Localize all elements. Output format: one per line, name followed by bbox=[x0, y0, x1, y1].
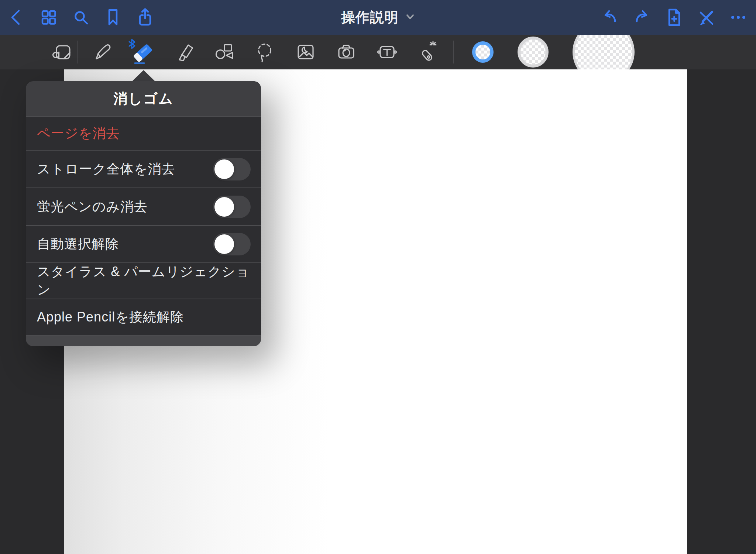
lasso-tool-button[interactable] bbox=[253, 40, 277, 64]
canvas-area[interactable]: 消しゴム ページを消去 ストローク全体を消去 蛍光ペンのみ消去 bbox=[0, 69, 756, 554]
auto-deselect-toggle[interactable] bbox=[213, 233, 251, 255]
popover-footer bbox=[26, 335, 261, 346]
menu-item-clear-page[interactable]: ページを消去 bbox=[26, 116, 261, 150]
menu-item-disconnect-apple-pencil[interactable]: Apple Pencilを接続解除 bbox=[26, 299, 261, 335]
search-button[interactable] bbox=[71, 7, 91, 28]
shapes-icon bbox=[212, 40, 236, 64]
image-icon bbox=[294, 40, 317, 64]
menu-item-stylus-palm-rejection[interactable]: スタイラス & パームリジェクション bbox=[26, 262, 261, 299]
zoom-window-tool-button[interactable] bbox=[50, 40, 74, 64]
redo-icon bbox=[632, 7, 652, 28]
zoom-window-icon bbox=[50, 40, 74, 64]
readonly-mode-button[interactable] bbox=[696, 7, 717, 28]
add-page-icon bbox=[664, 7, 684, 28]
more-button[interactable] bbox=[728, 7, 749, 28]
eraser-size-medium[interactable] bbox=[518, 37, 549, 68]
document-title-button[interactable]: 操作説明 bbox=[341, 0, 415, 35]
eraser-icon-selected bbox=[127, 37, 158, 68]
share-icon bbox=[135, 7, 155, 28]
app-screen: 操作説明 bbox=[0, 0, 756, 554]
toolbar-separator bbox=[77, 41, 78, 63]
image-tool-button[interactable] bbox=[294, 40, 317, 64]
popover-header: 消しゴム bbox=[26, 81, 261, 116]
tool-bar bbox=[0, 35, 756, 69]
shapes-tool-button[interactable] bbox=[212, 40, 236, 64]
menu-item-auto-deselect: 自動選択解除 bbox=[26, 225, 261, 262]
toggle-knob bbox=[214, 159, 234, 179]
more-icon bbox=[728, 7, 749, 28]
pen-tool-button[interactable] bbox=[91, 40, 114, 64]
pen-disabled-icon bbox=[696, 7, 717, 28]
highlighter-tool-button[interactable] bbox=[173, 40, 196, 64]
highlighter-icon bbox=[173, 40, 196, 64]
text-box-icon bbox=[375, 40, 399, 64]
back-icon bbox=[6, 7, 27, 28]
camera-icon bbox=[334, 40, 358, 64]
laser-pointer-icon bbox=[416, 40, 439, 64]
text-tool-button[interactable] bbox=[375, 40, 399, 64]
menu-item-erase-entire-stroke: ストローク全体を消去 bbox=[26, 150, 261, 187]
eraser-size-large[interactable] bbox=[573, 35, 635, 69]
bluetooth-icon bbox=[129, 39, 135, 48]
page-title: 操作説明 bbox=[341, 8, 399, 27]
thumbnails-button[interactable] bbox=[38, 7, 59, 28]
toggle-knob bbox=[214, 234, 234, 254]
toolbar-separator bbox=[453, 41, 454, 63]
thumbnails-grid-icon bbox=[38, 7, 59, 28]
search-icon bbox=[71, 7, 91, 28]
eraser-size-small-selected[interactable] bbox=[472, 41, 494, 63]
menu-item-erase-highlighter-only: 蛍光ペンのみ消去 bbox=[26, 187, 261, 225]
erase-highlighter-only-toggle[interactable] bbox=[213, 196, 251, 218]
popover-title: 消しゴム bbox=[113, 89, 173, 108]
undo-button[interactable] bbox=[599, 7, 620, 28]
camera-tool-button[interactable] bbox=[334, 40, 358, 64]
bookmark-button[interactable] bbox=[103, 7, 123, 28]
pen-icon bbox=[91, 40, 114, 64]
chevron-down-icon bbox=[405, 12, 415, 23]
eraser-tool-button[interactable] bbox=[127, 37, 158, 68]
topbar-right-group bbox=[599, 7, 749, 28]
undo-icon bbox=[599, 7, 620, 28]
erase-entire-stroke-toggle[interactable] bbox=[213, 158, 251, 180]
toggle-knob bbox=[214, 197, 234, 217]
eraser-settings-popover: 消しゴム ページを消去 ストローク全体を消去 蛍光ペンのみ消去 bbox=[26, 81, 261, 346]
redo-button[interactable] bbox=[632, 7, 652, 28]
topbar-left-group bbox=[6, 7, 155, 28]
add-page-button[interactable] bbox=[664, 7, 684, 28]
laser-pointer-tool-button[interactable] bbox=[416, 40, 439, 64]
share-button[interactable] bbox=[135, 7, 155, 28]
lasso-icon bbox=[253, 40, 277, 64]
bookmark-icon bbox=[103, 7, 123, 28]
back-button[interactable] bbox=[6, 7, 27, 28]
top-navigation-bar: 操作説明 bbox=[0, 0, 756, 35]
